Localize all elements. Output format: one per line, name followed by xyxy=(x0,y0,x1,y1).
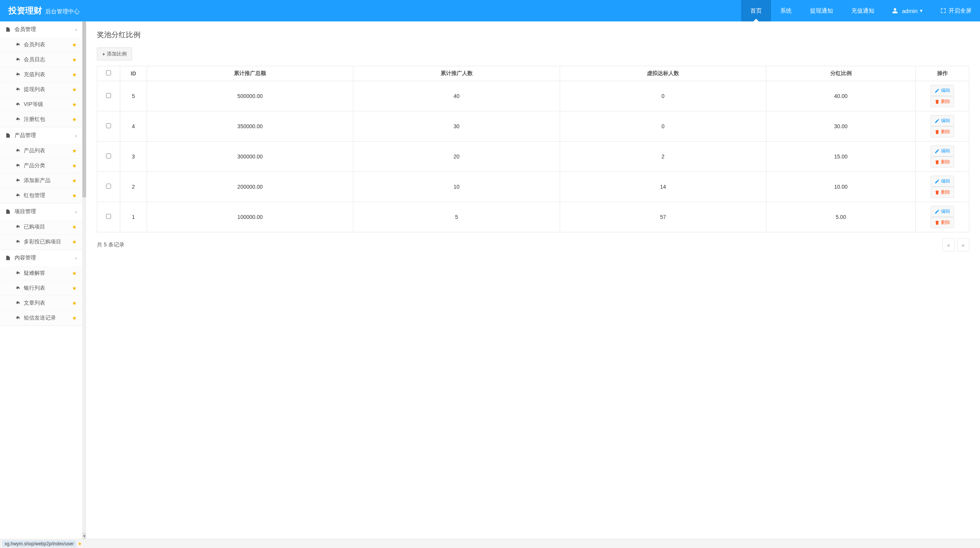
delete-button[interactable]: 删除 xyxy=(931,96,954,107)
sidebar-item-label: 产品列表 xyxy=(24,147,45,154)
row-checkbox[interactable] xyxy=(106,93,111,98)
sidebar-item-label: 提现列表 xyxy=(24,86,45,93)
menu-header-product[interactable]: 产品管理 › xyxy=(0,127,82,144)
cell-promo-people: 40 xyxy=(353,81,560,111)
sidebar-item-colorful-purchased[interactable]: 多彩投已购项目 ★ xyxy=(0,235,82,250)
sidebar-item-label: 文章列表 xyxy=(24,300,45,307)
menu-header-project[interactable]: 项目管理 › xyxy=(0,204,82,220)
star-icon: ★ xyxy=(72,72,77,78)
cell-promo-total: 300000.00 xyxy=(147,142,353,172)
sidebar-item-add-product[interactable]: 添加新产品 ★ xyxy=(0,173,82,188)
star-icon: ★ xyxy=(78,541,82,546)
sidebar-item-sms-log[interactable]: 短信发送记录 ★ xyxy=(0,311,82,326)
cell-virtual-reached: 57 xyxy=(560,202,766,232)
scrollbar-thumb[interactable] xyxy=(82,21,86,197)
sidebar-scrollbar[interactable]: ▾ xyxy=(82,21,86,539)
puzzle-icon xyxy=(15,57,21,62)
sidebar-item-label: 充值列表 xyxy=(24,71,45,78)
file-icon xyxy=(5,255,11,261)
star-icon: ★ xyxy=(72,285,77,291)
sidebar-item-article-list[interactable]: 文章列表 ★ xyxy=(0,296,82,311)
row-checkbox[interactable] xyxy=(106,184,111,189)
puzzle-icon xyxy=(15,163,21,168)
edit-button[interactable]: 编辑 xyxy=(931,85,954,96)
sidebar-item-product-category[interactable]: 产品分类 ★ xyxy=(0,158,82,173)
edit-button[interactable]: 编辑 xyxy=(931,206,954,217)
sidebar-item-purchased[interactable]: 已购项目 ★ xyxy=(0,220,82,235)
menu-header-content[interactable]: 内容管理 › xyxy=(0,250,82,266)
delete-button[interactable]: 删除 xyxy=(931,217,954,228)
sidebar-item-bank-list[interactable]: 银行列表 ★ xyxy=(0,281,82,296)
cell-checkbox xyxy=(97,81,120,111)
brand[interactable]: 投资理财 后台管理中心 xyxy=(0,5,88,16)
cell-actions: 编辑 删除 xyxy=(916,81,969,111)
cell-actions: 编辑 删除 xyxy=(916,202,969,232)
row-checkbox[interactable] xyxy=(106,214,111,219)
topnav-system-label: 系统 xyxy=(780,7,792,15)
menu-group-member: 会员管理 › 会员列表 ★ 会员日志 ★ xyxy=(0,21,82,127)
topnav-recharge-label: 充值通知 xyxy=(851,7,874,15)
table-row: 3300000.0020215.00编辑 删除 xyxy=(97,142,969,172)
delete-button[interactable]: 删除 xyxy=(931,157,954,168)
scrollbar-down-arrow[interactable]: ▾ xyxy=(82,533,86,539)
edit-label: 编辑 xyxy=(941,117,950,124)
sidebar-item-redpacket-manage[interactable]: 红包管理 ★ xyxy=(0,188,82,203)
fullscreen-button[interactable]: 开启全屏 xyxy=(932,7,980,15)
cell-actions: 编辑 删除 xyxy=(916,142,969,172)
bonus-ratio-table: ID 累计推广总额 累计推广人数 虚拟达标人数 分红比例 操作 5500000.… xyxy=(97,66,969,232)
puzzle-icon xyxy=(15,148,21,153)
file-icon xyxy=(5,27,11,32)
topnav-withdraw-notice[interactable]: 提现通知 xyxy=(801,0,842,21)
page-next-button[interactable]: » xyxy=(957,238,969,251)
sidebar-item-recharge-list[interactable]: 充值列表 ★ xyxy=(0,67,82,82)
row-checkbox[interactable] xyxy=(106,123,111,128)
toolbar: + 添加比例 xyxy=(97,47,969,60)
menu-header-member[interactable]: 会员管理 › xyxy=(0,21,82,38)
row-checkbox[interactable] xyxy=(106,153,111,158)
table-row: 4350000.0030030.00编辑 删除 xyxy=(97,111,969,142)
user-icon xyxy=(892,8,898,14)
sidebar-item-register-redpacket[interactable]: 注册红包 ★ xyxy=(0,112,82,127)
star-icon: ★ xyxy=(72,86,77,93)
sidebar: 会员管理 › 会员列表 ★ 会员日志 ★ xyxy=(0,21,82,539)
edit-button[interactable]: 编辑 xyxy=(931,115,954,126)
sidebar-item-product-list[interactable]: 产品列表 ★ xyxy=(0,144,82,158)
menu-header-product-label: 产品管理 xyxy=(15,132,36,139)
sidebar-item-member-log[interactable]: 会员日志 ★ xyxy=(0,52,82,67)
topnav-system[interactable]: 系统 xyxy=(771,0,801,21)
edit-button[interactable]: 编辑 xyxy=(931,176,954,187)
add-ratio-button[interactable]: + 添加比例 xyxy=(97,47,132,60)
cell-actions: 编辑 删除 xyxy=(916,111,969,142)
page-prev-button[interactable]: « xyxy=(942,238,955,251)
sidebar-item-faq[interactable]: 疑难解答 ★ xyxy=(0,266,82,281)
sidebar-item-label: 会员列表 xyxy=(24,41,45,48)
sidebar-item-label: 已购项目 xyxy=(24,223,45,230)
sidebar-item-label: 多彩投已购项目 xyxy=(24,238,61,245)
file-icon xyxy=(5,209,11,214)
th-id: ID xyxy=(120,66,147,81)
th-checkbox xyxy=(97,66,120,81)
puzzle-icon xyxy=(15,178,21,183)
delete-button[interactable]: 删除 xyxy=(931,126,954,137)
sidebar-item-vip-level[interactable]: VIP等级 ★ xyxy=(0,97,82,112)
cell-checkbox xyxy=(97,202,120,232)
user-menu[interactable]: admin ▼ xyxy=(884,8,932,14)
edit-button[interactable]: 编辑 xyxy=(931,145,954,157)
puzzle-icon xyxy=(15,102,21,107)
delete-button[interactable]: 删除 xyxy=(931,187,954,198)
star-icon: ★ xyxy=(72,148,77,154)
topnav-home[interactable]: 首页 xyxy=(741,0,771,21)
star-icon: ★ xyxy=(72,192,77,199)
edit-icon xyxy=(934,179,940,184)
sidebar-item-withdraw-list[interactable]: 提现列表 ★ xyxy=(0,82,82,97)
menu-items-content: 疑难解答 ★ 银行列表 ★ 文章列表 ★ 短信 xyxy=(0,266,82,326)
topbar: 投资理财 后台管理中心 首页 系统 提现通知 充值通知 admin ▼ 开启全屏 xyxy=(0,0,980,21)
sidebar-item-member-list[interactable]: 会员列表 ★ xyxy=(0,38,82,52)
topnav-recharge-notice[interactable]: 充值通知 xyxy=(842,0,884,21)
sidebar-item-label: 注册红包 xyxy=(24,116,45,123)
th-promo-total: 累计推广总额 xyxy=(147,66,353,81)
select-all-checkbox[interactable] xyxy=(106,70,111,75)
th-virtual-reached: 虚拟达标人数 xyxy=(560,66,766,81)
topnav: 首页 系统 提现通知 充值通知 xyxy=(741,0,884,21)
chevron-right-icon: › xyxy=(75,255,77,261)
